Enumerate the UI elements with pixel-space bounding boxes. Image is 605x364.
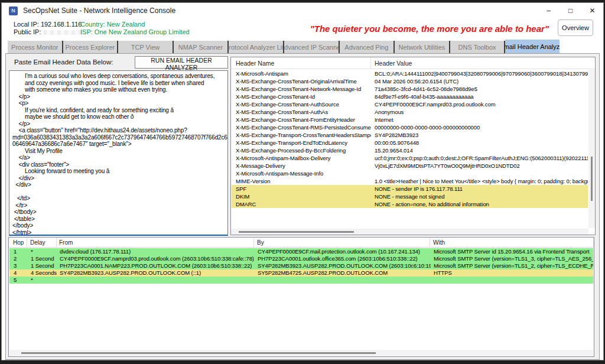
vertical-scrollbar-thumb[interactable] xyxy=(591,157,593,201)
header-row[interactable]: SPFNONE - sender IP is 176.117.78.111 xyxy=(232,185,588,193)
hops-list: Hop Delay From By With 1*dvdev.cloud (17… xyxy=(8,237,594,357)
hop-row[interactable]: 44 SecondsSY4P282MB3923.AUSP282.PROD.OUT… xyxy=(9,269,593,277)
minimize-button[interactable]: – xyxy=(538,3,560,18)
header-row[interactable]: X-MS-Exchange-CrossTenant-FromEntityHead… xyxy=(232,116,588,124)
hop-cell-with: Microsoft SMTP Server (version=TLS1_3, c… xyxy=(431,255,593,262)
header-row[interactable]: X-MS-Exchange-CrossTenant-OriginalArriva… xyxy=(232,77,588,85)
header-name-cell: X-MS-Exchange-CrossTenant-Network-Messag… xyxy=(232,85,371,93)
header-row[interactable]: X-MS-Exchange-Processed-By-BccFoldering1… xyxy=(232,147,588,154)
hop-row[interactable]: 1*dvdev.cloud (176.117.78.111)CY4PEPF000… xyxy=(9,248,593,255)
tab-process-explorer[interactable]: Process Explorer xyxy=(63,41,119,53)
hop-row[interactable]: 21 SecondCY4PEPF0000E9CF.namprd03.prod.o… xyxy=(9,255,593,262)
header-row[interactable]: X-MS-Exchange-CrossTenant-Id84df9e7f-e9f… xyxy=(232,93,588,100)
column-header-name[interactable]: Header Name xyxy=(231,57,371,69)
hops-rows: 1*dvdev.cloud (176.117.78.111)CY4PEPF000… xyxy=(9,248,593,284)
hop-cell-with: Microsoft SMTP Server id 15.20.9654.16 v… xyxy=(431,248,593,255)
tab-email-header-analyzer[interactable]: Email Header Analyzer xyxy=(505,40,560,53)
hop-cell-delay: 1 Second xyxy=(28,262,57,269)
hop-cell-delay: 4 Seconds xyxy=(28,269,57,277)
column-header-hop[interactable]: Hop xyxy=(9,238,27,248)
header-name-cell: X-MS-Exchange-Transport-EndToEndLatency xyxy=(232,139,371,147)
email-headers-rows: X-Microsoft-AntispamBCL:0;ARA:1444111002… xyxy=(232,70,588,208)
header-value-cell: 04 Mar 2026 00:56:20.6154 (UTC) xyxy=(371,77,588,85)
tab-network-utilities[interactable]: Network Utilities xyxy=(395,41,450,53)
header-value-cell: ucf:0;jmr:0;ex:0;psp:0;auth:0;dest:J;OFR… xyxy=(371,154,588,162)
horizontal-scrollbar[interactable] xyxy=(231,229,588,235)
email-header-textbox[interactable]: I'm a curious soul who loves deep conver… xyxy=(9,70,228,236)
header-row[interactable]: X-MS-Exchange-CrossTenant-RMS-PersistedC… xyxy=(232,124,588,131)
email-headers-list: Header Name Header Value X-Microsoft-Ant… xyxy=(230,57,596,235)
tab-nmap-scanner[interactable]: NMAP Scanner xyxy=(174,41,229,53)
column-header-delay[interactable]: Delay xyxy=(27,238,57,248)
run-analyzer-button[interactable]: RUN EMAIL HEADER ANALYZER xyxy=(135,56,228,69)
tab-bar: Process MonitorProcess ExplorerTCP ViewN… xyxy=(8,41,560,53)
maximize-button[interactable]: □ xyxy=(560,3,581,18)
header-value-cell: CY4PEPF0000E9CF.namprd03.prod.outlook.co… xyxy=(371,100,588,108)
hop-cell-from: PH7P223CA0001.NAMP223.PROD.OUTLOOK.COM (… xyxy=(57,262,255,269)
hops-horizontal-scrollbar[interactable] xyxy=(9,350,593,356)
header-row[interactable]: X-MS-Exchange-CrossTenant-AuthAsAnonymou… xyxy=(232,108,588,116)
header-value-cell: 1.0 <title>Heather | Nice to Meet You</t… xyxy=(371,177,588,185)
titlebar: N SecOpsNet Suite - Network Intelligence… xyxy=(2,3,603,18)
tab-dns-toolbox[interactable]: DNS Toolbox xyxy=(450,41,506,53)
header-row[interactable]: X-Microsoft-Antispam-Message-Info xyxy=(232,170,588,177)
tab-protocol-analyzer-lite[interactable]: Protocol Analyzer Lite xyxy=(229,41,284,53)
hops-horizontal-scrollbar-thumb[interactable] xyxy=(21,352,376,354)
header-name-cell: X-Message-Delivery xyxy=(232,162,371,170)
paste-header-label: Paste Email Header Data Below: xyxy=(14,58,113,66)
header-row[interactable]: DMARCNONE - action=none, No additional i… xyxy=(232,200,588,208)
hop-cell-by: CY4PEPF0000E9CF.mail.protection.outlook.… xyxy=(255,248,431,255)
hop-cell-hop: 4 xyxy=(9,269,28,277)
tab-process-monitor[interactable]: Process Monitor xyxy=(8,41,63,53)
hop-cell-delay: * xyxy=(28,248,57,255)
header-row[interactable]: DKIMNONE - message not signed xyxy=(232,193,588,200)
hop-cell-delay: * xyxy=(28,277,57,284)
close-button[interactable]: ✕ xyxy=(581,3,603,18)
header-value-cell: 00000000-0000-0000-0000-000000000000 xyxy=(371,124,588,131)
hop-row[interactable]: 31 SecondPH7P223CA0001.NAMP223.PROD.OUTL… xyxy=(9,262,593,269)
header-value-cell: BCL:0;ARA:1444111002|9400799043|32080799… xyxy=(371,70,588,77)
header-row[interactable]: X-MS-Exchange-Transport-EndToEndLatency0… xyxy=(232,139,588,147)
header-row[interactable]: X-Message-DeliveryVj0xLjE7dXM9MDtsPTA7YT… xyxy=(232,162,588,170)
header-name-cell: X-MS-Exchange-CrossTenant-RMS-PersistedC… xyxy=(232,124,371,131)
header-row[interactable]: X-MS-Exchange-CrossTenant-Network-Messag… xyxy=(232,85,588,93)
header-name-cell: X-MS-Exchange-CrossTenant-Id xyxy=(232,93,371,100)
tab-advanced-ping[interactable]: Advanced Ping xyxy=(340,41,395,53)
header-name-cell: X-MS-Exchange-CrossTenant-AuthAs xyxy=(232,108,371,116)
hop-cell-from xyxy=(57,277,255,284)
column-header-by[interactable]: By xyxy=(254,238,430,248)
header-row[interactable]: X-Microsoft-AntispamBCL:0;ARA:1444111002… xyxy=(232,70,588,77)
hop-cell-hop: 2 xyxy=(9,255,28,262)
header-name-cell: X-Microsoft-Antispam-Message-Info xyxy=(232,170,371,177)
ip-info: Local IP: 192.168.1.116 Public IP: xyxy=(14,21,84,36)
hop-cell-by: SY5P282MB4725.AUSP282.PROD.OUTLOOK.COM xyxy=(255,269,431,277)
hop-cell-from: SY4P282MB3923.AUSP282.PROD.OUTLOOK.COM (… xyxy=(57,269,255,277)
header-row[interactable]: X-Microsoft-Antispam-Mailbox-Deliveryucf… xyxy=(232,154,588,162)
vertical-scrollbar[interactable] xyxy=(588,70,595,228)
overview-button[interactable]: Overview xyxy=(558,20,593,36)
hop-cell-hop: 3 xyxy=(9,262,28,269)
column-header-from[interactable]: From xyxy=(57,238,254,248)
horizontal-scrollbar-thumb[interactable] xyxy=(239,231,354,233)
tab-tcp-view[interactable]: TCP View xyxy=(118,41,174,53)
header-row[interactable]: MIME-Version1.0 <title>Heather | Nice to… xyxy=(232,177,588,185)
header-value-cell: Internet xyxy=(371,116,588,124)
header-name-cell: X-MS-Exchange-CrossTenant-OriginalArriva… xyxy=(232,77,371,85)
column-header-with[interactable]: With xyxy=(430,238,594,248)
window-controls: – □ ✕ xyxy=(538,3,603,18)
public-ip-redacted xyxy=(43,30,84,35)
local-ip-value: 192.168.1.116 xyxy=(41,21,82,28)
header-value-cell: 00:00:05.9076448 xyxy=(371,139,588,147)
header-row[interactable]: X-MS-Exchange-CrossTenant-AuthSourceCY4P… xyxy=(232,100,588,108)
header-name-cell: X-MS-Exchange-CrossTenant-FromEntityHead… xyxy=(232,116,371,124)
header-value-cell xyxy=(371,170,588,177)
hops-columns: Hop Delay From By With xyxy=(9,238,594,248)
geo-info: Country: New Zealand ISP: One New Zealan… xyxy=(80,21,190,36)
hop-cell-hop: 5 xyxy=(9,277,28,284)
column-header-value[interactable]: Header Value xyxy=(371,60,595,67)
hop-row[interactable]: 5* xyxy=(9,277,593,284)
hop-cell-hop: 1 xyxy=(9,248,28,255)
header-row[interactable]: X-MS-Exchange-Transport-CrossTenantHeade… xyxy=(232,131,588,139)
tab-advanced-ip-scanner[interactable]: Advanced IP Scanner xyxy=(284,41,340,53)
email-header-analyzer-panel: Paste Email Header Data Below: RUN EMAIL… xyxy=(5,53,600,360)
